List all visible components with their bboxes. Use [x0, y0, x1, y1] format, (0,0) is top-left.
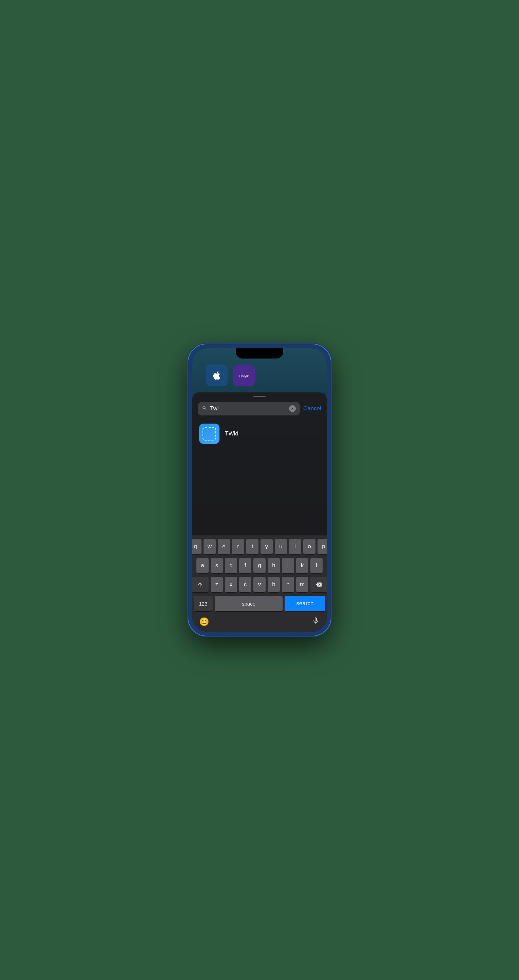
emoji-button[interactable]: 😊	[199, 617, 209, 627]
keyboard-bottom-row: 123 space search	[194, 596, 325, 611]
key-z[interactable]: z	[211, 577, 223, 592]
key-d[interactable]: d	[225, 558, 237, 573]
keyboard-row-2: a s d f g h j k l	[194, 558, 325, 573]
search-bar-row: Twi × Cancel	[192, 402, 327, 415]
key-m[interactable]: m	[296, 577, 308, 592]
phone-screen: nidge Twi ×	[192, 348, 327, 632]
clear-search-button[interactable]: ×	[289, 405, 296, 412]
search-input-value: Twi	[210, 405, 286, 412]
keyboard: q w e r t y u i o p a s d f g	[192, 535, 327, 632]
key-s[interactable]: s	[211, 558, 223, 573]
search-panel: Twi × Cancel TWid q	[192, 392, 327, 632]
key-b[interactable]: b	[268, 577, 280, 592]
key-w[interactable]: w	[204, 539, 216, 554]
key-u[interactable]: u	[275, 539, 287, 554]
drag-handle	[253, 396, 266, 397]
top-apps: nidge	[206, 364, 255, 386]
key-shift[interactable]	[192, 577, 209, 592]
key-r[interactable]: r	[232, 539, 244, 554]
clear-icon: ×	[291, 407, 294, 411]
nidge-label: nidge	[240, 374, 249, 377]
notch	[236, 348, 283, 358]
key-o[interactable]: o	[303, 539, 315, 554]
keyboard-extras-row: 😊	[194, 615, 325, 630]
phone-device: nidge Twi ×	[188, 344, 331, 636]
key-x[interactable]: x	[225, 577, 237, 592]
key-space[interactable]: space	[215, 596, 283, 611]
key-k[interactable]: k	[296, 558, 308, 573]
cancel-search-button[interactable]: Cancel	[303, 405, 321, 412]
keyboard-row-1: q w e r t y u i o p	[194, 539, 325, 554]
key-v[interactable]: v	[253, 577, 266, 592]
key-q[interactable]: q	[192, 539, 201, 554]
search-result-item[interactable]: TWid	[192, 421, 327, 447]
result-app-icon-twid	[199, 423, 219, 444]
key-p[interactable]: p	[318, 539, 327, 554]
key-t[interactable]: t	[246, 539, 259, 554]
key-search[interactable]: search	[284, 596, 325, 611]
key-e[interactable]: e	[218, 539, 230, 554]
key-a[interactable]: a	[196, 558, 209, 573]
keyboard-row-3: z x c v b n m	[194, 577, 325, 592]
key-n[interactable]: n	[282, 577, 294, 592]
key-l[interactable]: l	[310, 558, 323, 573]
app-icon-nidge[interactable]: nidge	[233, 364, 255, 386]
search-input-container[interactable]: Twi ×	[198, 402, 300, 415]
key-f[interactable]: f	[239, 558, 251, 573]
key-h[interactable]: h	[268, 558, 280, 573]
result-app-name: TWid	[225, 430, 238, 437]
search-empty-area	[192, 447, 327, 535]
key-c[interactable]: c	[239, 577, 251, 592]
key-i[interactable]: i	[289, 539, 301, 554]
search-icon	[202, 405, 207, 412]
key-y[interactable]: y	[260, 539, 273, 554]
key-j[interactable]: j	[282, 558, 294, 573]
twid-icon-dashed	[203, 427, 216, 441]
key-delete[interactable]	[310, 577, 327, 592]
mic-button[interactable]	[312, 617, 320, 627]
app-icon-apple[interactable]	[206, 364, 228, 386]
key-numbers[interactable]: 123	[194, 596, 213, 611]
key-g[interactable]: g	[253, 558, 266, 573]
